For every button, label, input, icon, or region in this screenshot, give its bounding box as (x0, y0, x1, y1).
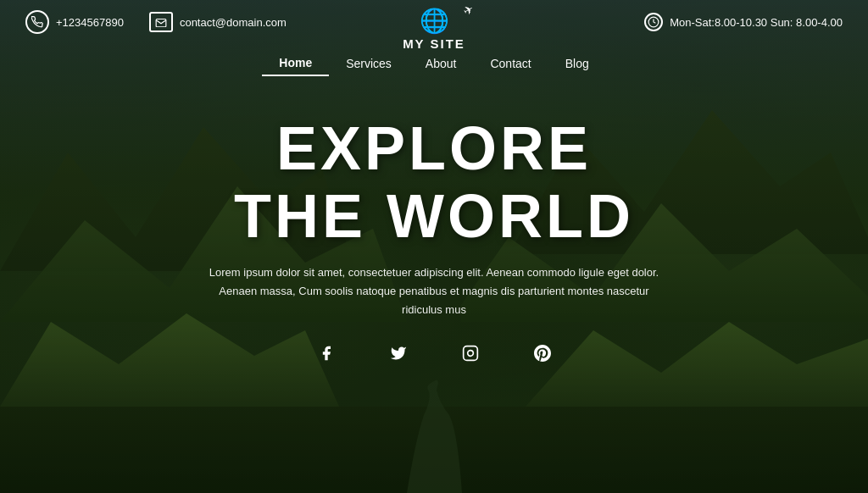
nav-contact[interactable]: Contact (473, 52, 548, 75)
top-bar: +1234567890 contact@domain.com 🌐 ✈ MY SI… (0, 0, 868, 44)
clock-icon (644, 13, 663, 31)
nav-about[interactable]: About (409, 52, 474, 75)
svg-rect-10 (463, 346, 477, 361)
email-icon (149, 12, 173, 32)
social-bar (0, 345, 868, 366)
hero-subtitle: Lorem ipsum dolor sit amet, consectetuer… (205, 263, 663, 319)
logo-plane-icon: ✈ (461, 2, 476, 19)
phone-item: +1234567890 (25, 10, 124, 34)
nav-blog[interactable]: Blog (548, 52, 606, 75)
email-item: contact@domain.com (149, 12, 287, 32)
top-bar-left: +1234567890 contact@domain.com (25, 10, 287, 34)
nav-home[interactable]: Home (262, 51, 329, 76)
phone-icon (25, 10, 49, 34)
twitter-icon[interactable] (390, 345, 407, 366)
instagram-icon[interactable] (462, 345, 479, 366)
nav-services[interactable]: Services (329, 52, 409, 75)
logo-globe-icon: 🌐 ✈ (403, 7, 465, 35)
hero-title-1: EXPLORE (0, 118, 868, 179)
pinterest-icon[interactable] (534, 345, 551, 366)
nav-bar: Home Services About Contact Blog (0, 44, 868, 80)
hero-title-2: THE WORLD (0, 186, 868, 246)
hours-text: Mon-Sat:8.00-10.30 Sun: 8.00-4.00 (670, 16, 843, 29)
phone-number: +1234567890 (56, 16, 124, 29)
hero-content: EXPLORE THE WORLD Lorem ipsum dolor sit … (0, 80, 868, 319)
email-address: contact@domain.com (180, 16, 287, 29)
hours-item: Mon-Sat:8.00-10.30 Sun: 8.00-4.00 (644, 13, 843, 31)
facebook-icon[interactable] (318, 345, 335, 366)
